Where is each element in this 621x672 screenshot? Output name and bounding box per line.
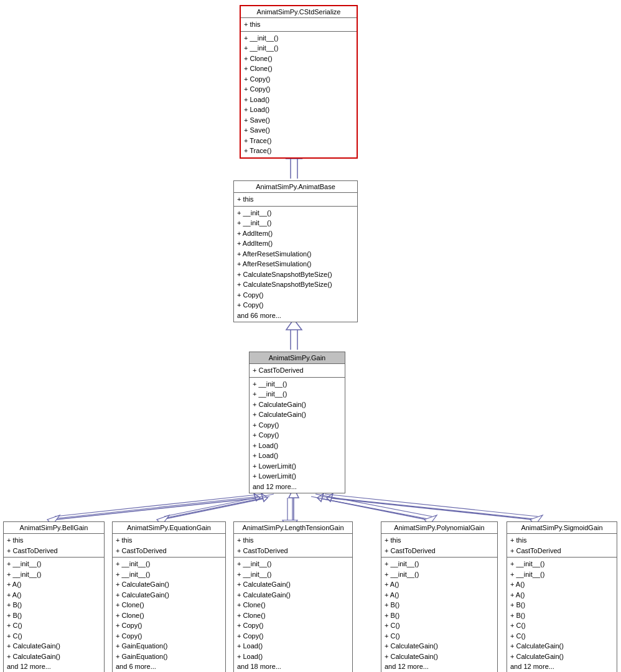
sigmoidgain-s1-i0: + this [510, 535, 614, 546]
sigmoidgain-s2-i2: + A() [510, 579, 614, 590]
equationgain-section2: + __init__() + __init__() + CalculateGai… [113, 558, 225, 672]
animatbase-s2-i6: + CalculateSnapshotByteSize() [237, 269, 354, 280]
equationgain-s2-i10: and 6 more... [116, 661, 222, 672]
cstdserialize-s2-i4: + Copy() [244, 74, 353, 85]
equationgain-s2-i0: + __init__() [116, 559, 222, 569]
animatbase-title: AnimatSimPy.AnimatBase [234, 181, 357, 193]
gain-s2-i4: + Copy() [253, 420, 342, 431]
animatbase-s2-i4: + AfterResetSimulation() [237, 249, 354, 259]
svg-line-25 [311, 497, 428, 519]
bellgain-s2-i3: + A() [7, 590, 101, 600]
svg-line-8 [159, 498, 268, 520]
gain-s2-i0: + __init__() [253, 379, 342, 390]
equationgain-s1-i0: + this [116, 535, 222, 546]
lengthtension-s2-i4: + Clone() [237, 600, 349, 610]
animatbase-s2-i8: + Copy() [237, 290, 354, 301]
gain-section2: + __init__() + __init__() + CalculateGai… [250, 378, 345, 493]
lengthtension-s2-i10: and 18 more... [237, 661, 349, 672]
bellgain-s2-i7: + C() [7, 631, 101, 642]
animatbase-section1: + this [234, 193, 357, 207]
polynomialgain-s2-i10: and 12 more... [385, 661, 494, 672]
bellgain-s1-i0: + this [7, 535, 101, 546]
animatbase-s2-i2: + AddItem() [237, 228, 354, 239]
bellgain-s2-i9: + CalculateGain() [7, 651, 101, 662]
cstdserialize-section2: + __init__() + __init__() + Clone() + Cl… [241, 32, 357, 157]
bellgain-s2-i4: + B() [7, 600, 101, 610]
equationgain-s2-i7: + Copy() [116, 631, 222, 642]
cstdserialize-s2-i8: + Save() [244, 115, 353, 126]
lengthtension-s2-i8: + Load() [237, 641, 349, 651]
cstdserialize-s2-i11: + Trace() [244, 146, 353, 156]
equationgain-title: AnimatSimPy.EquationGain [113, 522, 225, 534]
sigmoidgain-s2-i1: + __init__() [510, 569, 614, 580]
bellgain-s2-i0: + __init__() [7, 559, 101, 569]
bellgain-s2-i5: + B() [7, 610, 101, 621]
bellgain-box: AnimatSimPy.BellGain + this + CastToDeri… [3, 521, 105, 672]
svg-line-28 [320, 497, 534, 519]
cstdserialize-s2-i3: + Clone() [244, 63, 353, 74]
cstdserialize-s2-i9: + Save() [244, 125, 353, 136]
lengthtension-s2-i1: + __init__() [237, 569, 349, 580]
bellgain-s2-i1: + __init__() [7, 569, 101, 580]
bellgain-title: AnimatSimPy.BellGain [4, 522, 104, 534]
sigmoidgain-s2-i10: and 12 more... [510, 661, 614, 672]
polynomialgain-s2-i7: + C() [385, 631, 494, 642]
bellgain-s2-i2: + A() [7, 579, 101, 590]
cstdserialize-section1: + this [241, 18, 357, 32]
gain-box: AnimatSimPy.Gain + CastToDerived + __ini… [249, 352, 345, 493]
cstdserialize-s2-i2: + Clone() [244, 54, 353, 64]
lengthtension-s2-i9: + Load() [237, 651, 349, 662]
lengthtension-section2: + __init__() + __init__() + CalculateGai… [234, 558, 352, 672]
equationgain-s2-i6: + Copy() [116, 620, 222, 631]
svg-line-12 [317, 498, 429, 520]
svg-line-17 [55, 494, 263, 516]
sigmoidgain-s2-i8: + CalculateGain() [510, 641, 614, 651]
gain-s2-i3: + CalculateGain() [253, 409, 342, 420]
bellgain-section1: + this + CastToDerived [4, 534, 104, 558]
polynomialgain-s2-i9: + CalculateGain() [385, 651, 494, 662]
cstdserialize-s2-i7: + Load() [244, 105, 353, 115]
svg-line-29 [325, 494, 538, 516]
animatbase-s2-i7: + CalculateSnapshotByteSize() [237, 279, 354, 290]
polynomialgain-s2-i2: + A() [385, 579, 494, 590]
bellgain-s2-i8: + CalculateGain() [7, 641, 101, 651]
equationgain-s2-i1: + __init__() [116, 569, 222, 580]
gain-title: AnimatSimPy.Gain [250, 352, 345, 364]
lengthtension-s2-i7: + Copy() [237, 631, 349, 642]
lengthtension-section1: + this + CastToDerived [234, 534, 352, 558]
cstdserialize-s1-item0: + this [244, 19, 353, 30]
polynomialgain-s2-i3: + A() [385, 590, 494, 600]
animatbase-box: AnimatSimPy.AnimatBase + this + __init__… [233, 180, 358, 322]
lengthtension-s2-i6: + Copy() [237, 620, 349, 631]
lengthtension-s2-i3: + CalculateGain() [237, 590, 349, 600]
bellgain-s2-i6: + C() [7, 620, 101, 631]
cstdserialize-box: AnimatSimPy.CStdSerialize + this + __ini… [240, 5, 358, 159]
svg-line-16 [51, 497, 259, 519]
cstdserialize-s2-i5: + Copy() [244, 84, 353, 95]
sigmoidgain-s1-i1: + CastToDerived [510, 546, 614, 556]
sigmoidgain-s2-i6: + C() [510, 620, 614, 631]
polynomialgain-s2-i1: + __init__() [385, 569, 494, 580]
polynomialgain-s2-i4: + B() [385, 600, 494, 610]
lengthtension-s2-i0: + __init__() [237, 559, 349, 569]
equationgain-s2-i9: + GainEquation() [116, 651, 222, 662]
lengthtension-box: AnimatSimPy.LengthTensionGain + this + C… [233, 521, 353, 672]
lengthtension-s1-i1: + CastToDerived [237, 546, 349, 556]
svg-line-14 [327, 498, 538, 520]
sigmoidgain-s2-i3: + A() [510, 590, 614, 600]
gain-s2-i2: + CalculateGain() [253, 399, 342, 410]
cstdserialize-title: AnimatSimPy.CStdSerialize [241, 6, 357, 18]
sigmoidgain-s2-i5: + B() [510, 610, 614, 621]
sigmoidgain-s2-i9: + CalculateGain() [510, 651, 614, 662]
svg-line-26 [315, 494, 432, 516]
gain-s2-i8: + LowerLimit() [253, 461, 342, 472]
svg-marker-15 [327, 493, 333, 502]
cstdserialize-s2-i0: + __init__() [244, 33, 353, 44]
equationgain-section1: + this + CastToDerived [113, 534, 225, 558]
equationgain-box: AnimatSimPy.EquationGain + this + CastTo… [112, 521, 226, 672]
cstdserialize-s2-i10: + Trace() [244, 136, 353, 146]
animatbase-s2-i1: + __init__() [237, 218, 354, 228]
polynomialgain-s2-i8: + CalculateGain() [385, 641, 494, 651]
svg-marker-7 [254, 493, 260, 501]
svg-marker-13 [317, 493, 324, 502]
